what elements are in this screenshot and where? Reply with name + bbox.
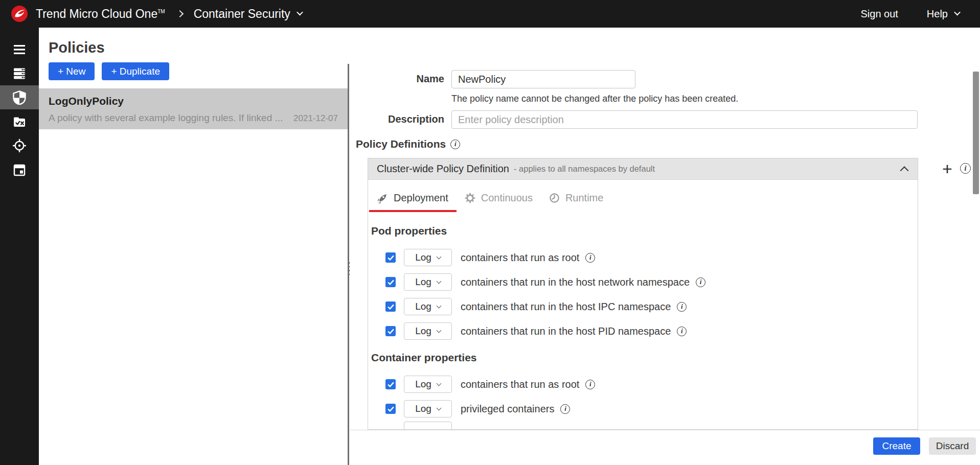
collapse-chevron-up-icon[interactable] bbox=[900, 166, 909, 175]
create-button[interactable]: Create bbox=[873, 437, 920, 455]
help-menu[interactable]: Help bbox=[927, 8, 960, 20]
description-label: Description bbox=[350, 113, 444, 125]
sidebar-item-image-scans[interactable] bbox=[0, 109, 39, 133]
definitions-info-icon[interactable]: i bbox=[960, 163, 971, 174]
log-action-dropdown[interactable]: Log bbox=[404, 298, 452, 315]
log-action-dropdown-partial[interactable] bbox=[404, 422, 452, 430]
log-action-value: Log bbox=[415, 379, 431, 390]
rule-checkbox[interactable] bbox=[385, 326, 396, 336]
sidebar-item-policies[interactable] bbox=[0, 85, 39, 109]
chevron-down-icon bbox=[297, 9, 303, 15]
rule-checkbox[interactable] bbox=[385, 301, 396, 312]
log-action-value: Log bbox=[415, 301, 431, 312]
tab-runtime[interactable]: Runtime bbox=[541, 190, 611, 212]
tab-label: Deployment bbox=[394, 192, 448, 204]
chevron-down-icon bbox=[436, 328, 441, 333]
rule-label: privileged containers bbox=[461, 403, 554, 415]
sidebar-item-clusters[interactable] bbox=[0, 61, 39, 85]
info-icon[interactable]: i bbox=[450, 140, 460, 149]
discard-button[interactable]: Discard bbox=[929, 437, 976, 455]
info-icon[interactable]: i bbox=[560, 404, 570, 414]
sidebar-menu-button[interactable] bbox=[0, 37, 39, 61]
add-definition-button[interactable]: + bbox=[939, 159, 956, 178]
policy-item-subline: A policy with several example logging ru… bbox=[49, 112, 338, 124]
trademark: TM bbox=[157, 9, 165, 14]
sidebar bbox=[0, 28, 39, 465]
description-input[interactable] bbox=[451, 110, 918, 129]
info-icon[interactable]: i bbox=[696, 277, 705, 287]
definition-subtitle: - applies to all namespaces by default bbox=[514, 164, 655, 174]
rule-row: Log containers that run as root i bbox=[385, 376, 918, 393]
cluster-policy-definition-panel: Cluster-wide Policy Definition - applies… bbox=[368, 158, 918, 430]
log-action-dropdown[interactable]: Log bbox=[404, 400, 452, 417]
topbar: Trend Micro Cloud OneTM Container Securi… bbox=[0, 0, 980, 28]
name-helper-text: The policy name cannot be changed after … bbox=[451, 94, 738, 104]
rule-checkbox[interactable] bbox=[385, 404, 396, 414]
panel-splitter[interactable] bbox=[348, 64, 349, 465]
info-icon[interactable]: i bbox=[677, 327, 687, 336]
chevron-down-icon bbox=[436, 278, 441, 284]
log-action-value: Log bbox=[415, 252, 431, 263]
app-switcher[interactable]: Container Security bbox=[194, 7, 302, 21]
policy-list-item[interactable]: LogOnlyPolicy A policy with several exam… bbox=[39, 88, 348, 129]
rule-label: containers that run as root bbox=[461, 252, 579, 264]
rule-label: containers that run in the host network … bbox=[461, 276, 690, 288]
gear-icon bbox=[465, 193, 475, 203]
servers-icon bbox=[12, 66, 27, 81]
section-heading-pod-properties: Pod properties bbox=[371, 224, 918, 238]
tab-deployment[interactable]: Deployment bbox=[369, 190, 457, 212]
log-action-dropdown[interactable]: Log bbox=[404, 322, 452, 340]
definition-header[interactable]: Cluster-wide Policy Definition - applies… bbox=[368, 158, 918, 180]
sidebar-item-schedules[interactable] bbox=[0, 157, 39, 181]
target-icon bbox=[12, 138, 27, 153]
topbar-right: Sign out Help bbox=[860, 8, 980, 20]
policies-panel-head: Policies + New + Duplicate bbox=[39, 28, 348, 80]
rule-row-partial bbox=[385, 422, 918, 430]
name-input[interactable] bbox=[451, 70, 635, 88]
log-action-value: Log bbox=[415, 326, 431, 337]
log-action-dropdown[interactable]: Log bbox=[404, 376, 452, 393]
menu-icon bbox=[12, 42, 27, 57]
vertical-scrollbar-thumb[interactable] bbox=[973, 72, 979, 194]
new-policy-button[interactable]: + New bbox=[49, 62, 95, 80]
shield-icon bbox=[12, 90, 27, 105]
section-heading-container-properties: Container properties bbox=[371, 351, 918, 364]
rule-row: Log containers that run in the host netw… bbox=[385, 273, 918, 291]
definition-tabs: Deployment Continuous bbox=[369, 190, 918, 212]
info-icon[interactable]: i bbox=[585, 380, 595, 389]
form-footer: Create Discard bbox=[350, 430, 980, 465]
sign-out-button[interactable]: Sign out bbox=[860, 8, 898, 20]
tab-label: Runtime bbox=[565, 192, 603, 204]
tab-label: Continuous bbox=[481, 192, 533, 204]
policy-item-description: A policy with several example logging ru… bbox=[49, 112, 290, 124]
duplicate-policy-button[interactable]: + Duplicate bbox=[102, 62, 169, 80]
chevron-down-icon bbox=[436, 303, 441, 308]
rule-checkbox[interactable] bbox=[385, 277, 396, 287]
chevron-down-icon bbox=[436, 254, 441, 259]
help-label: Help bbox=[927, 8, 948, 20]
chevron-down-icon bbox=[954, 9, 961, 15]
sidebar-item-events[interactable] bbox=[0, 133, 39, 157]
rule-checkbox[interactable] bbox=[385, 252, 396, 263]
rule-row: Log containers that run as root i bbox=[385, 249, 918, 266]
chevron-down-icon bbox=[436, 405, 441, 410]
rule-label: containers that run in the host IPC name… bbox=[461, 301, 671, 313]
app-title: Container Security bbox=[194, 7, 290, 21]
chevron-down-icon bbox=[436, 381, 441, 386]
name-label: Name bbox=[350, 73, 444, 85]
rule-checkbox[interactable] bbox=[385, 379, 396, 389]
policy-form: Name The policy name cannot be changed a… bbox=[350, 28, 980, 465]
log-action-dropdown[interactable]: Log bbox=[404, 273, 452, 291]
tab-continuous[interactable]: Continuous bbox=[457, 190, 541, 212]
rule-row: Log containers that run in the host IPC … bbox=[385, 298, 918, 315]
log-action-dropdown[interactable]: Log bbox=[404, 249, 452, 266]
policy-definitions-label: Policy Definitions i bbox=[356, 137, 460, 151]
breadcrumb-chevron-right-icon bbox=[176, 10, 184, 17]
info-icon[interactable]: i bbox=[677, 302, 687, 312]
page-title: Policies bbox=[49, 39, 348, 56]
info-icon[interactable]: i bbox=[585, 253, 595, 263]
policy-definitions-text: Policy Definitions bbox=[356, 137, 446, 151]
policy-item-date: 2021-12-07 bbox=[293, 113, 338, 124]
policies-panel: Policies + New + Duplicate LogOnlyPolicy… bbox=[39, 28, 348, 465]
definition-title: Cluster-wide Policy Definition bbox=[377, 163, 509, 175]
